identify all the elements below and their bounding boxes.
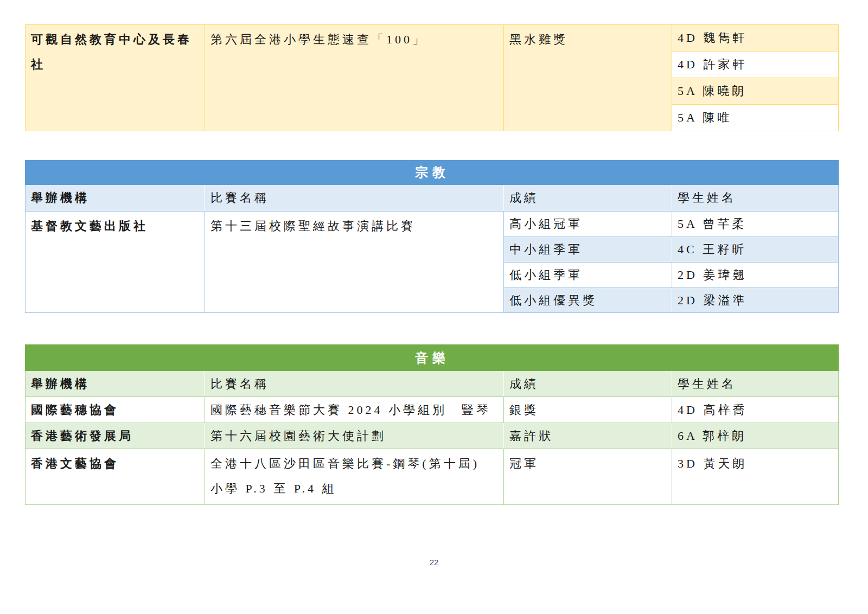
nature-row-1: 可觀自然教育中心及長春社 第六屆全港小學生態速查「100」 黑水雞獎 4D 魏雋… (25, 25, 839, 52)
organizer-cell: 香港藝術發展局 (25, 423, 205, 449)
competition-line-2: 小學 P.3 至 P.4 組 (210, 476, 499, 501)
header-organizer: 舉辦機構 (25, 185, 205, 212)
student-cell: 6A 郭梓朗 (672, 423, 839, 449)
competition-cell: 第十六屆校園藝術大使計劃 (205, 423, 504, 449)
header-result: 成績 (504, 371, 672, 397)
student-cell: 4C 王籽昕 (672, 237, 839, 263)
page-number: 22 (0, 558, 868, 567)
result-cell: 中小組季軍 (504, 237, 672, 263)
religion-title-row: 宗教 (25, 161, 839, 185)
student-cell: 5A 陳曉朗 (672, 78, 839, 105)
music-row-2: 香港藝術發展局 第十六屆校園藝術大使計劃 嘉許狀 6A 郭梓朗 (25, 423, 839, 449)
religion-row-1: 基督教文藝出版社 第十三屆校際聖經故事演講比賽 高小組冠軍 5A 曾芊柔 (25, 212, 839, 237)
result-cell: 低小組季軍 (504, 263, 672, 288)
result-cell: 高小組冠軍 (504, 212, 672, 237)
student-cell: 4D 許家軒 (672, 52, 839, 78)
student-cell: 4D 高梓喬 (672, 397, 839, 423)
header-result: 成績 (504, 185, 672, 212)
music-award-table: 音樂 舉辦機構 比賽名稱 成績 學生姓名 國際藝穗協會 國際藝穗音樂節大賽 20… (25, 344, 839, 505)
result-cell: 冠軍 (504, 449, 672, 505)
header-student: 學生姓名 (672, 185, 839, 212)
student-cell: 5A 曾芊柔 (672, 212, 839, 237)
religion-header-row: 舉辦機構 比賽名稱 成績 學生姓名 (25, 185, 839, 212)
student-cell: 3D 黃天朗 (672, 449, 839, 505)
section-title: 音樂 (25, 345, 839, 371)
organizer-cell: 可觀自然教育中心及長春社 (25, 25, 205, 131)
organizer-cell: 基督教文藝出版社 (25, 212, 205, 313)
organizer-cell: 香港文藝協會 (25, 449, 205, 505)
competition-cell: 第十三屆校際聖經故事演講比賽 (205, 212, 504, 313)
competition-cell: 全港十八區沙田區音樂比賽-鋼琴(第十屆) 小學 P.3 至 P.4 組 (205, 449, 504, 505)
music-row-3: 香港文藝協會 全港十八區沙田區音樂比賽-鋼琴(第十屆) 小學 P.3 至 P.4… (25, 449, 839, 505)
section-title: 宗教 (25, 161, 839, 185)
header-competition: 比賽名稱 (205, 185, 504, 212)
student-cell: 2D 姜瑋翹 (672, 263, 839, 288)
header-competition: 比賽名稱 (205, 371, 504, 397)
religion-award-table: 宗教 舉辦機構 比賽名稱 成績 學生姓名 基督教文藝出版社 第十三屆校際聖經故事… (25, 160, 839, 313)
student-cell: 5A 陳唯 (672, 105, 839, 131)
result-cell: 銀獎 (504, 397, 672, 423)
result-cell: 黑水雞獎 (504, 25, 672, 131)
header-organizer: 舉辦機構 (25, 371, 205, 397)
student-cell: 4D 魏雋軒 (672, 25, 839, 52)
competition-line-1: 全港十八區沙田區音樂比賽-鋼琴(第十屆) (210, 451, 499, 476)
competition-cell: 第六屆全港小學生態速查「100」 (205, 25, 504, 131)
result-cell: 嘉許狀 (504, 423, 672, 449)
header-student: 學生姓名 (672, 371, 839, 397)
music-title-row: 音樂 (25, 345, 839, 371)
music-header-row: 舉辦機構 比賽名稱 成績 學生姓名 (25, 371, 839, 397)
organizer-cell: 國際藝穗協會 (25, 397, 205, 423)
competition-cell: 國際藝穗音樂節大賽 2024 小學組別 豎琴 (205, 397, 504, 423)
music-row-1: 國際藝穗協會 國際藝穗音樂節大賽 2024 小學組別 豎琴 銀獎 4D 高梓喬 (25, 397, 839, 423)
document-page: 可觀自然教育中心及長春社 第六屆全港小學生態速查「100」 黑水雞獎 4D 魏雋… (0, 0, 868, 614)
result-cell: 低小組優異獎 (504, 288, 672, 313)
nature-award-table: 可觀自然教育中心及長春社 第六屆全港小學生態速查「100」 黑水雞獎 4D 魏雋… (25, 24, 839, 131)
student-cell: 2D 梁溢準 (672, 288, 839, 313)
